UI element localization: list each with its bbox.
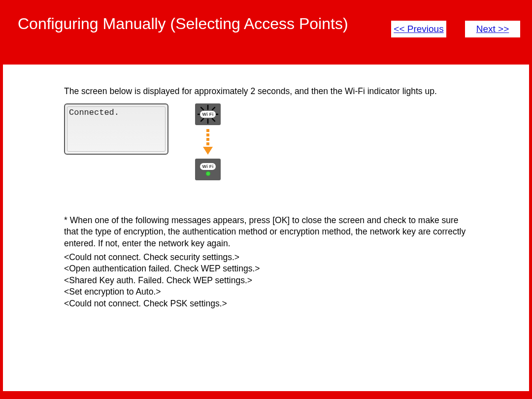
wifi-led-icon xyxy=(206,171,210,176)
svg-rect-10 xyxy=(206,138,209,141)
content-area: The screen below is displayed for approx… xyxy=(64,86,473,310)
svg-line-7 xyxy=(212,119,215,121)
page-title: Configuring Manually (Selecting Access P… xyxy=(18,15,348,33)
previous-button[interactable]: << Previous xyxy=(391,21,446,37)
border-left xyxy=(0,65,3,399)
illustration-row: Connected. Wi Fi xyxy=(64,103,473,180)
svg-rect-9 xyxy=(206,133,209,136)
svg-line-4 xyxy=(201,107,203,110)
error-message: <Set encryption to Auto.> xyxy=(64,286,473,298)
next-button[interactable]: Next >> xyxy=(465,21,520,37)
wifi-icon-flashing: Wi Fi xyxy=(195,103,221,125)
svg-line-6 xyxy=(201,119,203,121)
wifi-icon-on: Wi Fi xyxy=(195,159,221,180)
lcd-screen: Connected. xyxy=(64,103,168,155)
border-bottom xyxy=(0,391,532,399)
wifi-indicator-column: Wi Fi Wi Fi xyxy=(193,103,223,180)
lcd-text: Connected. xyxy=(69,108,119,117)
svg-rect-11 xyxy=(206,142,209,145)
error-message: <Open authentication failed. Check WEP s… xyxy=(64,263,473,275)
note-block: * When one of the following messages app… xyxy=(64,215,473,310)
border-right xyxy=(529,65,532,399)
svg-marker-12 xyxy=(203,147,213,155)
svg-line-5 xyxy=(212,107,215,110)
error-message: <Could not connect. Check PSK settings.> xyxy=(64,298,473,310)
page-number: 45 xyxy=(515,379,524,389)
note-paragraph: * When one of the following messages app… xyxy=(64,215,473,250)
intro-text: The screen below is displayed for approx… xyxy=(64,86,473,98)
wifi-label-bottom: Wi Fi xyxy=(200,163,216,170)
arrow-down-icon xyxy=(201,128,215,156)
wifi-label-top: Wi Fi xyxy=(200,111,216,118)
error-message: <Could not connect. Check security setti… xyxy=(64,252,473,264)
error-message: <Shared Key auth. Failed. Check WEP sett… xyxy=(64,275,473,287)
svg-rect-8 xyxy=(206,129,209,132)
